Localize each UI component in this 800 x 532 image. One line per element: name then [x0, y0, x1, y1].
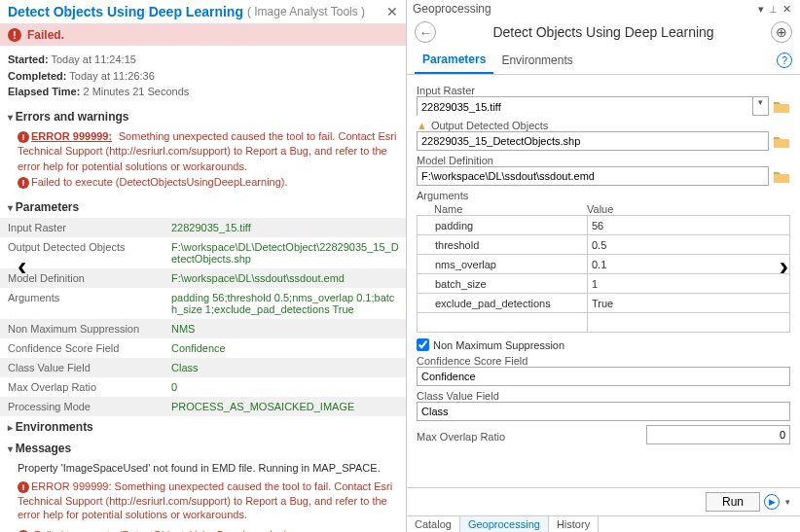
- geoprocessing-pane: › Geoprocessing ▾ ⟂ ✕ ← Detect Objects U…: [407, 0, 800, 532]
- tool-title: Detect Objects Using Deep Learning: [436, 24, 771, 40]
- completed-label: Completed:: [8, 70, 67, 82]
- class-value-field[interactable]: [417, 402, 790, 421]
- table-row: Max Overlap Ratio0: [0, 377, 406, 397]
- error-code-link[interactable]: ERROR 999999:: [31, 130, 112, 142]
- back-button[interactable]: ←: [415, 21, 436, 43]
- table-row: Argumentspadding 56;threshold 0.5;nms_ov…: [0, 288, 406, 319]
- tool-toolbar: ← Detect Objects Using Deep Learning ⊕: [407, 18, 800, 47]
- table-row: Processing ModePROCESS_AS_MOSAICKED_IMAG…: [0, 397, 406, 416]
- tab-environments[interactable]: Environments: [493, 48, 580, 73]
- errors-warnings-header[interactable]: Errors and warnings: [0, 106, 406, 127]
- elapsed-label: Elapsed Time:: [8, 86, 80, 97]
- arguments-columns: Name Value: [417, 203, 790, 215]
- warning-icon: ▲: [417, 120, 427, 131]
- table-row[interactable]: batch_size1: [418, 274, 790, 294]
- table-row[interactable]: padding56: [418, 216, 790, 235]
- close-icon[interactable]: ✕: [386, 4, 398, 19]
- bottom-tabs: Catalog Geoprocessing History: [407, 515, 800, 532]
- table-row: Non Maximum SuppressionNMS: [0, 319, 406, 338]
- table-row: Output Detected ObjectsF:\workspace\DL\D…: [0, 237, 406, 268]
- help-icon[interactable]: ?: [777, 53, 792, 68]
- message-error: ERROR 999999: Something unexpected cause…: [18, 480, 392, 521]
- tab-geoprocessing[interactable]: Geoprocessing: [460, 516, 549, 532]
- run-button[interactable]: Run: [706, 492, 760, 512]
- error-icon: !: [8, 28, 21, 42]
- output-label: ▲Output Detected Objects: [417, 120, 790, 131]
- messages-header[interactable]: Messages: [0, 438, 406, 459]
- started-value: Today at 11:24:15: [51, 53, 135, 65]
- tool-tabs: Parameters Environments ?: [407, 47, 800, 75]
- run-dropdown-icon[interactable]: ▾: [783, 497, 792, 507]
- errors-body: !ERROR 999999: Something unexpected caus…: [0, 127, 406, 196]
- tab-parameters[interactable]: Parameters: [415, 47, 493, 74]
- parameters-table: Input Raster22829035_15.tiff Output Dete…: [0, 218, 406, 416]
- tab-catalog[interactable]: Catalog: [407, 516, 460, 532]
- results-title: Detect Objects Using Deep Learning: [8, 4, 243, 19]
- started-label: Started:: [8, 53, 49, 65]
- table-row[interactable]: [418, 313, 790, 333]
- elapsed-value: 2 Minutes 21 Seconds: [83, 86, 189, 97]
- browse-button[interactable]: [773, 168, 790, 184]
- message-info: Property 'ImageSpaceUsed' not found in E…: [18, 461, 398, 476]
- status-text: Failed.: [27, 28, 64, 42]
- tab-history[interactable]: History: [549, 516, 599, 532]
- close-icon[interactable]: ✕: [780, 3, 794, 16]
- dropdown-icon[interactable]: ▾: [752, 97, 768, 115]
- pane-header: Geoprocessing ▾ ⟂ ✕: [407, 0, 800, 18]
- error-text-2: Failed to execute (DetectObjectsUsingDee…: [31, 176, 288, 188]
- error-icon: !: [18, 177, 29, 189]
- error-icon: !: [18, 131, 29, 143]
- table-row: Model DefinitionF:\workspace\DL\ssdout\s…: [0, 268, 406, 288]
- nms-checkbox-row: Non Maximum Suppression: [417, 338, 790, 351]
- pin-icon[interactable]: ⟂: [767, 3, 780, 15]
- nms-checkbox[interactable]: [417, 338, 429, 351]
- completed-value: Today at 11:26:36: [69, 70, 154, 82]
- max-overlap-field[interactable]: [646, 425, 790, 444]
- parameters-header[interactable]: Parameters: [0, 196, 406, 218]
- results-subtitle: ( Image Analyst Tools ): [247, 5, 365, 18]
- prev-chevron[interactable]: ‹: [18, 251, 26, 282]
- next-chevron[interactable]: ›: [780, 251, 788, 282]
- table-row: Class Value FieldClass: [0, 358, 406, 377]
- output-field[interactable]: [417, 131, 769, 151]
- status-bar: ! Failed.: [0, 24, 406, 46]
- error-icon: !: [18, 481, 29, 493]
- tool-form: Input Raster ▾ ▲Output Detected Objects …: [407, 75, 800, 487]
- tool-footer: Run ▶ ▾: [407, 487, 800, 515]
- table-row: Confidence Score FieldConfidence: [0, 338, 406, 358]
- pane-title: Geoprocessing: [413, 2, 491, 16]
- model-field[interactable]: [417, 166, 769, 186]
- table-row[interactable]: exclude_pad_detectionsTrue: [418, 294, 790, 313]
- table-row[interactable]: nms_overlap0.1: [418, 255, 790, 274]
- confidence-label: Confidence Score Field: [417, 355, 790, 367]
- messages-body: Property 'ImageSpaceUsed' not found in E…: [0, 459, 406, 532]
- table-row: Input Raster22829035_15.tiff: [0, 218, 406, 237]
- run-meta: Started: Today at 11:24:15 Completed: To…: [0, 46, 406, 106]
- run-play-icon[interactable]: ▶: [764, 494, 780, 510]
- environments-header[interactable]: Environments: [0, 416, 406, 438]
- results-pane: ‹ Detect Objects Using Deep Learning ( I…: [0, 0, 407, 532]
- nms-label: Non Maximum Suppression: [433, 339, 564, 351]
- class-value-label: Class Value Field: [417, 390, 790, 402]
- arguments-label: Arguments: [417, 190, 790, 201]
- browse-button[interactable]: [773, 133, 790, 149]
- results-title-bar: Detect Objects Using Deep Learning ( Ima…: [0, 0, 406, 24]
- dropdown-icon[interactable]: ▾: [755, 3, 767, 16]
- max-overlap-label: Max Overlap Ratio: [417, 431, 642, 443]
- model-label: Model Definition: [417, 155, 790, 166]
- input-raster-field[interactable]: [418, 97, 752, 117]
- input-raster-label: Input Raster: [417, 85, 790, 96]
- add-button[interactable]: ⊕: [771, 21, 792, 43]
- browse-button[interactable]: [773, 98, 790, 114]
- arguments-table: padding56 threshold0.5 nms_overlap0.1 ba…: [417, 215, 790, 333]
- confidence-field[interactable]: [417, 367, 790, 386]
- table-row[interactable]: threshold0.5: [418, 235, 790, 255]
